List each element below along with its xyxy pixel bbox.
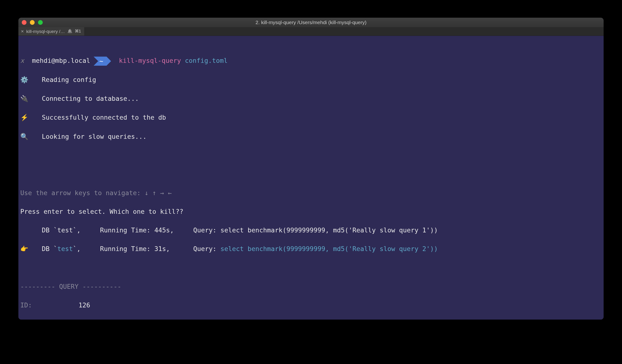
tab-bar: ✕ kill-mysql-query /… 🔔 ⌘1	[19, 27, 603, 36]
status-text: Successfully connected to the db	[42, 114, 166, 121]
detail-label: DB:	[20, 319, 63, 320]
terminal-window: 2. kill-mysql-query /Users/mehdi (kill-m…	[19, 18, 603, 320]
powerline-arrow-icon	[107, 57, 111, 66]
status-line: 🔍Looking for slow queries...	[20, 132, 602, 141]
bolt-icon: ⚡	[20, 113, 28, 122]
close-window-button[interactable]	[22, 20, 26, 25]
status-line: ⚙️Reading config	[20, 75, 602, 85]
detail-label: ID:	[20, 301, 63, 310]
list-item[interactable]: DB `test`, Running Time: 445s, Query: se…	[20, 226, 602, 235]
prompt-host: mehdi@mbp.local	[32, 57, 90, 64]
query-section-header: --------- QUERY ----------	[20, 282, 602, 291]
terminal-body[interactable]: x mehdi@mbp.local ~ kill-mysql-query con…	[19, 36, 603, 320]
running-time: Running Time: 445s,	[100, 227, 174, 234]
bell-icon: 🔔	[67, 28, 72, 34]
command-arg: config.toml	[185, 57, 228, 64]
status-line: ⚡Successfully connected to the db	[20, 113, 602, 122]
traffic-lights	[22, 20, 43, 25]
status-text: Looking for slow queries...	[42, 133, 147, 140]
detail-row: DB: test	[20, 319, 602, 320]
nav-hint: Use the arrow keys to navigate: ↓ ↑ → ←	[20, 188, 602, 197]
tab-close-icon[interactable]: ✕	[21, 29, 24, 34]
query-text: select benchmark(9999999999, md5('Really…	[220, 245, 438, 252]
prompt-x: x	[20, 56, 24, 65]
titlebar[interactable]: 2. kill-mysql-query /Users/mehdi (kill-m…	[19, 18, 603, 27]
status-text: Reading config	[42, 76, 96, 83]
maximize-window-button[interactable]	[38, 20, 43, 25]
status-line: 🔌Connecting to database...	[20, 94, 602, 103]
detail-value: 126	[78, 301, 90, 309]
plug-icon: 🔌	[20, 94, 28, 103]
query-label: Query:	[193, 227, 217, 234]
window-title: 2. kill-mysql-query /Users/mehdi (kill-m…	[255, 19, 367, 26]
tab-shortcut-badge: ⌘1	[75, 28, 81, 34]
minimize-window-button[interactable]	[30, 20, 35, 25]
prompt-line: x mehdi@mbp.local ~ kill-mysql-query con…	[20, 56, 602, 66]
tab-label: kill-mysql-query /…	[26, 28, 65, 35]
powerline-separator-icon	[94, 57, 98, 66]
search-icon: 🔍	[20, 132, 28, 141]
running-time: Running Time: 31s,	[100, 245, 170, 252]
status-text: Connecting to database...	[42, 95, 139, 102]
pointer-icon: 👉	[20, 244, 28, 254]
query-label: Query:	[193, 245, 217, 252]
gear-icon: ⚙️	[20, 75, 28, 85]
tab-kill-mysql-query[interactable]: ✕ kill-mysql-query /… 🔔 ⌘1	[19, 27, 85, 36]
query-text: select benchmark(9999999999, md5('Really…	[220, 227, 438, 234]
select-prompt: Press enter to select. Which one to kill…	[20, 207, 602, 216]
list-item[interactable]: 👉DB `test`, Running Time: 31s, Query: se…	[20, 244, 602, 254]
command-name: kill-mysql-query	[119, 57, 181, 64]
detail-row: ID: 126	[20, 301, 602, 310]
